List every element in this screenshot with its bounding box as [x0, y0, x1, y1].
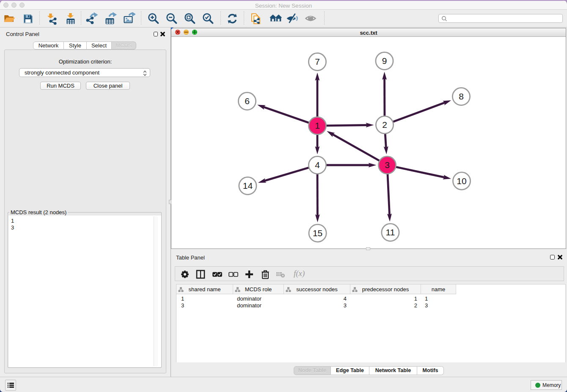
- svg-text:10: 10: [457, 176, 466, 186]
- svg-text:2: 2: [382, 120, 387, 130]
- svg-text:14: 14: [243, 181, 253, 190]
- svg-text:4: 4: [315, 160, 320, 170]
- svg-text:6: 6: [245, 96, 250, 106]
- svg-text:15: 15: [313, 228, 322, 238]
- svg-text:7: 7: [315, 57, 320, 66]
- svg-text:9: 9: [382, 56, 387, 66]
- svg-text:11: 11: [386, 227, 395, 237]
- svg-text:3: 3: [385, 160, 390, 170]
- svg-text:1: 1: [315, 121, 320, 130]
- svg-text:8: 8: [459, 91, 464, 101]
